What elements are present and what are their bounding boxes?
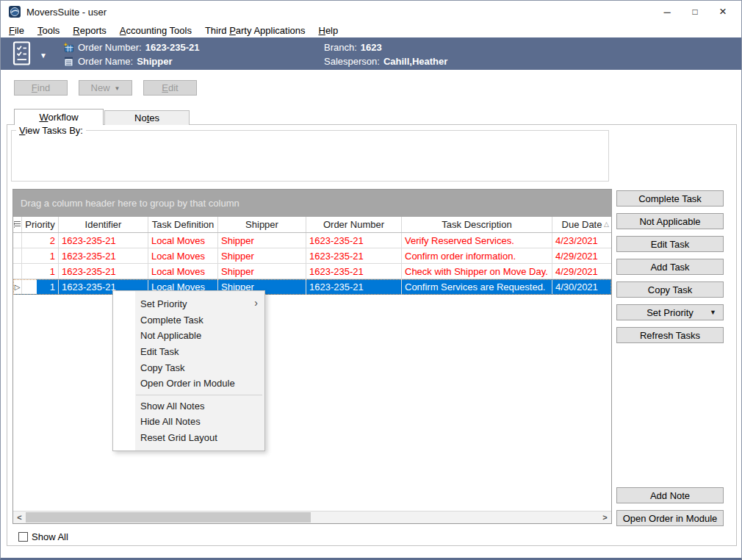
branch-label: Branch: xyxy=(324,40,357,54)
edit-task-button[interactable]: Edit Task xyxy=(616,236,724,252)
task-row-selected[interactable]: ▷ 1 1623-235-21 Local Moves Shipper 1623… xyxy=(13,279,611,295)
order-name-value: Shipper xyxy=(137,54,172,68)
salesperson-label: Salesperson: xyxy=(324,54,380,68)
task-row[interactable]: 2 1623-235-21 Local Moves Shipper 1623-2… xyxy=(13,233,611,248)
context-menu: Set Priority › Complete Task Not Applica… xyxy=(112,290,265,451)
close-icon[interactable]: × xyxy=(709,1,737,23)
context-menu-show-all-notes[interactable]: Show All Notes xyxy=(113,398,264,414)
submenu-arrow-icon: › xyxy=(254,297,258,309)
scroll-right-icon[interactable]: > xyxy=(599,511,611,523)
set-priority-button[interactable]: Set Priority ▼ xyxy=(616,304,724,320)
grid-header-row: Priority Identifier Task Definition Ship… xyxy=(13,217,611,233)
order-header-band: ▼ Order Number: 1623-235-21 xyxy=(1,37,741,70)
order-number-label: Order Number: xyxy=(78,40,142,54)
branch-value: 1623 xyxy=(361,40,382,54)
show-all-option: Show All xyxy=(18,531,68,542)
view-tasks-by-label: View Tasks By: xyxy=(16,125,86,136)
salesperson-value: Cahill,Heather xyxy=(383,54,447,68)
set-priority-dropdown-icon[interactable]: ▼ xyxy=(710,309,716,316)
context-menu-complete-task[interactable]: Complete Task xyxy=(113,312,264,329)
tab-notes[interactable]: Notes xyxy=(104,110,190,125)
view-tasks-by-group: View Tasks By: xyxy=(11,130,609,182)
complete-task-button[interactable]: Complete Task xyxy=(616,190,724,207)
context-menu-edit-task[interactable]: Edit Task xyxy=(113,344,264,360)
minimize-icon[interactable]: ─ xyxy=(653,1,681,23)
task-row[interactable]: 1 1623-235-21 Local Moves Shipper 1623-2… xyxy=(13,264,611,279)
column-header-priority[interactable]: Priority xyxy=(22,217,59,232)
title-bar: MoversSuite - user ─ □ × xyxy=(1,1,741,23)
order-number-icon xyxy=(62,43,74,53)
window-title: MoversSuite - user xyxy=(26,7,107,18)
row-indicator-cell xyxy=(13,264,22,279)
add-note-button[interactable]: Add Note xyxy=(616,487,724,503)
show-all-label: Show All xyxy=(32,531,68,542)
column-header-task-definition[interactable]: Task Definition xyxy=(148,217,218,232)
menu-reports[interactable]: Reports xyxy=(66,24,113,37)
column-header-order-number[interactable]: Order Number xyxy=(306,217,402,232)
maximize-icon[interactable]: □ xyxy=(681,1,709,23)
app-window: MoversSuite - user ─ □ × File Tools Repo… xyxy=(0,0,742,560)
grid-options-icon[interactable] xyxy=(13,217,22,232)
column-header-shipper[interactable]: Shipper xyxy=(218,217,306,232)
horizontal-scrollbar[interactable]: < > xyxy=(13,511,611,523)
menu-third-party-applications[interactable]: Third Party Applications xyxy=(198,24,312,37)
group-by-band[interactable]: Drag a column header here to group by th… xyxy=(13,190,611,217)
context-menu-reset-grid-layout[interactable]: Reset Grid Layout xyxy=(113,430,264,446)
context-menu-hide-all-notes[interactable]: Hide All Notes xyxy=(113,414,264,430)
context-menu-copy-task[interactable]: Copy Task xyxy=(113,359,264,376)
menu-bar: File Tools Reports Accounting Tools Thir… xyxy=(1,23,741,37)
order-name-label: Order Name: xyxy=(78,54,133,68)
refresh-tasks-button[interactable]: Refresh Tasks xyxy=(616,327,724,343)
tasks-grid: Drag a column header here to group by th… xyxy=(12,189,612,524)
row-indicator-cell xyxy=(13,233,22,248)
scrollbar-thumb[interactable] xyxy=(26,512,311,523)
module-dropdown-icon[interactable]: ▼ xyxy=(40,51,47,60)
context-menu-open-order-in-module[interactable]: Open Order in Module xyxy=(113,376,264,392)
add-task-button[interactable]: Add Task xyxy=(616,259,724,275)
column-header-identifier[interactable]: Identifier xyxy=(59,217,148,232)
task-module-icon[interactable] xyxy=(11,41,33,66)
tab-workflow[interactable]: Workflow xyxy=(14,109,104,125)
new-dropdown-icon[interactable]: ▼ xyxy=(115,85,120,92)
scroll-left-icon[interactable]: < xyxy=(13,511,26,523)
window-controls: ─ □ × xyxy=(653,1,737,23)
new-button[interactable]: New ▼ xyxy=(79,80,132,96)
menu-help[interactable]: Help xyxy=(311,24,345,37)
menu-tools[interactable]: Tools xyxy=(31,24,66,37)
context-menu-set-priority[interactable]: Set Priority › xyxy=(113,296,264,312)
task-row[interactable]: 1 1623-235-21 Local Moves Shipper 1623-2… xyxy=(13,248,611,264)
menu-accounting-tools[interactable]: Accounting Tools xyxy=(113,24,198,37)
copy-task-button[interactable]: Copy Task xyxy=(616,281,724,298)
menu-file[interactable]: File xyxy=(2,24,31,37)
order-number-value: 1623-235-21 xyxy=(145,40,200,54)
find-button[interactable]: Find xyxy=(14,80,68,96)
sort-ascending-icon[interactable]: △ xyxy=(604,220,609,228)
column-header-task-description[interactable]: Task Description xyxy=(402,217,552,232)
show-all-checkbox[interactable] xyxy=(18,532,28,542)
context-menu-not-applicable[interactable]: Not Applicable xyxy=(113,328,264,344)
order-name-icon xyxy=(62,57,74,67)
row-indicator-cell xyxy=(13,248,22,264)
edit-button[interactable]: Edit xyxy=(143,80,197,96)
app-logo-icon xyxy=(9,6,21,18)
column-header-due-date[interactable]: Due Date △ xyxy=(552,217,611,232)
row-indicator-icon: ▷ xyxy=(13,279,22,295)
not-applicable-button[interactable]: Not Applicable xyxy=(616,213,724,229)
menu-separator xyxy=(136,395,262,395)
open-order-in-module-button[interactable]: Open Order in Module xyxy=(616,510,724,526)
